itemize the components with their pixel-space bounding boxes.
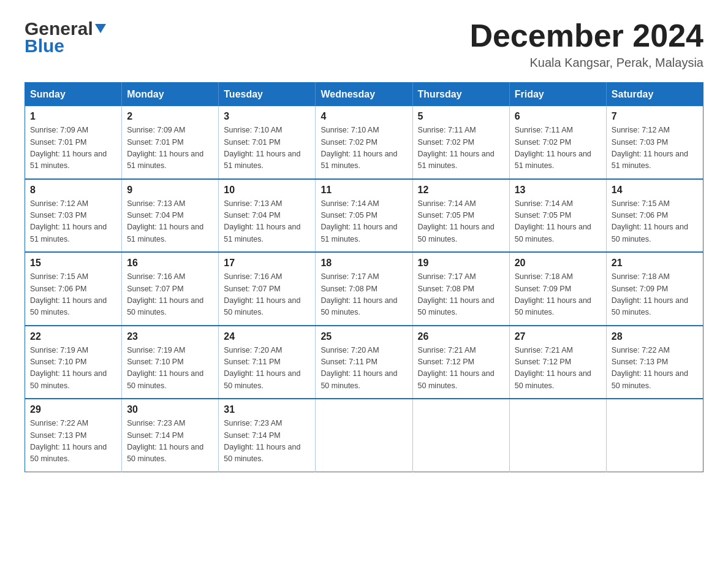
- calendar-day-cell: 29 Sunrise: 7:22 AM Sunset: 7:13 PM Dayl…: [25, 399, 122, 472]
- calendar-day-cell: 26 Sunrise: 7:21 AM Sunset: 7:12 PM Dayl…: [412, 326, 509, 399]
- day-info: Sunrise: 7:13 AM Sunset: 7:04 PM Dayligh…: [127, 198, 213, 246]
- day-number: 1: [30, 111, 116, 122]
- day-number: 5: [418, 111, 504, 122]
- page-header: General Blue December 2024 Kuala Kangsar…: [25, 18, 703, 70]
- day-info: Sunrise: 7:17 AM Sunset: 7:08 PM Dayligh…: [320, 271, 407, 319]
- day-number: 28: [612, 331, 698, 342]
- page-title: December 2024: [469, 18, 703, 53]
- calendar-day-cell: 24 Sunrise: 7:20 AM Sunset: 7:11 PM Dayl…: [219, 326, 316, 399]
- day-info: Sunrise: 7:09 AM Sunset: 7:01 PM Dayligh…: [30, 124, 116, 172]
- logo-triangle-icon: [95, 24, 106, 33]
- day-number: 22: [30, 331, 116, 342]
- day-info: Sunrise: 7:11 AM Sunset: 7:02 PM Dayligh…: [418, 124, 504, 172]
- calendar-day-cell: 28 Sunrise: 7:22 AM Sunset: 7:13 PM Dayl…: [606, 326, 703, 399]
- calendar-day-cell: 1 Sunrise: 7:09 AM Sunset: 7:01 PM Dayli…: [25, 106, 122, 179]
- calendar-week-row: 29 Sunrise: 7:22 AM Sunset: 7:13 PM Dayl…: [25, 399, 703, 472]
- calendar-header-row: SundayMondayTuesdayWednesdayThursdayFrid…: [25, 83, 703, 107]
- day-info: Sunrise: 7:18 AM Sunset: 7:09 PM Dayligh…: [515, 271, 601, 319]
- calendar-day-cell: 14 Sunrise: 7:15 AM Sunset: 7:06 PM Dayl…: [606, 179, 703, 253]
- day-info: Sunrise: 7:14 AM Sunset: 7:05 PM Dayligh…: [515, 198, 601, 246]
- day-number: 12: [418, 185, 504, 196]
- calendar-day-cell: [509, 399, 606, 472]
- calendar-day-header: Thursday: [412, 83, 509, 107]
- day-info: Sunrise: 7:19 AM Sunset: 7:10 PM Dayligh…: [127, 345, 213, 393]
- day-number: 2: [127, 111, 213, 122]
- day-info: Sunrise: 7:22 AM Sunset: 7:13 PM Dayligh…: [612, 345, 698, 393]
- calendar-day-cell: 8 Sunrise: 7:12 AM Sunset: 7:03 PM Dayli…: [25, 179, 122, 253]
- day-number: 26: [418, 331, 504, 342]
- calendar-day-cell: 15 Sunrise: 7:15 AM Sunset: 7:06 PM Dayl…: [25, 252, 122, 326]
- day-info: Sunrise: 7:16 AM Sunset: 7:07 PM Dayligh…: [127, 271, 213, 319]
- day-number: 24: [224, 331, 310, 342]
- day-number: 7: [612, 111, 698, 122]
- calendar-day-cell: 10 Sunrise: 7:13 AM Sunset: 7:04 PM Dayl…: [219, 179, 316, 253]
- day-info: Sunrise: 7:20 AM Sunset: 7:11 PM Dayligh…: [320, 345, 407, 393]
- day-info: Sunrise: 7:13 AM Sunset: 7:04 PM Dayligh…: [224, 198, 310, 246]
- calendar-day-cell: 27 Sunrise: 7:21 AM Sunset: 7:12 PM Dayl…: [509, 326, 606, 399]
- day-number: 6: [515, 111, 601, 122]
- day-number: 17: [224, 258, 310, 269]
- calendar-day-cell: [412, 399, 509, 472]
- day-number: 16: [127, 258, 213, 269]
- day-info: Sunrise: 7:17 AM Sunset: 7:08 PM Dayligh…: [418, 271, 504, 319]
- day-info: Sunrise: 7:10 AM Sunset: 7:01 PM Dayligh…: [224, 124, 310, 172]
- day-number: 4: [320, 111, 407, 122]
- calendar-day-cell: 21 Sunrise: 7:18 AM Sunset: 7:09 PM Dayl…: [606, 252, 703, 326]
- day-info: Sunrise: 7:15 AM Sunset: 7:06 PM Dayligh…: [30, 271, 116, 319]
- day-number: 29: [30, 404, 116, 415]
- calendar-day-header: Wednesday: [316, 83, 412, 107]
- calendar-day-cell: [606, 399, 703, 472]
- calendar-day-cell: 30 Sunrise: 7:23 AM Sunset: 7:14 PM Dayl…: [122, 399, 219, 472]
- day-info: Sunrise: 7:23 AM Sunset: 7:14 PM Dayligh…: [127, 418, 213, 465]
- day-number: 21: [612, 258, 698, 269]
- calendar-day-cell: 2 Sunrise: 7:09 AM Sunset: 7:01 PM Dayli…: [122, 106, 219, 179]
- day-info: Sunrise: 7:14 AM Sunset: 7:05 PM Dayligh…: [320, 198, 407, 246]
- day-info: Sunrise: 7:20 AM Sunset: 7:11 PM Dayligh…: [224, 345, 310, 393]
- day-number: 31: [224, 404, 310, 415]
- day-info: Sunrise: 7:19 AM Sunset: 7:10 PM Dayligh…: [30, 345, 116, 393]
- calendar-day-cell: 13 Sunrise: 7:14 AM Sunset: 7:05 PM Dayl…: [509, 179, 606, 253]
- calendar-day-header: Monday: [122, 83, 219, 107]
- calendar-day-cell: 9 Sunrise: 7:13 AM Sunset: 7:04 PM Dayli…: [122, 179, 219, 253]
- day-number: 27: [515, 331, 601, 342]
- calendar-table: SundayMondayTuesdayWednesdayThursdayFrid…: [25, 82, 703, 472]
- calendar-week-row: 1 Sunrise: 7:09 AM Sunset: 7:01 PM Dayli…: [25, 106, 703, 179]
- calendar-day-cell: 11 Sunrise: 7:14 AM Sunset: 7:05 PM Dayl…: [316, 179, 412, 253]
- day-info: Sunrise: 7:14 AM Sunset: 7:05 PM Dayligh…: [418, 198, 504, 246]
- calendar-day-cell: 17 Sunrise: 7:16 AM Sunset: 7:07 PM Dayl…: [219, 252, 316, 326]
- calendar-day-cell: 4 Sunrise: 7:10 AM Sunset: 7:02 PM Dayli…: [316, 106, 412, 179]
- day-number: 8: [30, 185, 116, 196]
- calendar-day-cell: 7 Sunrise: 7:12 AM Sunset: 7:03 PM Dayli…: [606, 106, 703, 179]
- calendar-week-row: 15 Sunrise: 7:15 AM Sunset: 7:06 PM Dayl…: [25, 252, 703, 326]
- calendar-day-header: Tuesday: [219, 83, 316, 107]
- calendar-day-header: Sunday: [25, 83, 122, 107]
- day-number: 30: [127, 404, 213, 415]
- calendar-day-cell: 12 Sunrise: 7:14 AM Sunset: 7:05 PM Dayl…: [412, 179, 509, 253]
- day-info: Sunrise: 7:16 AM Sunset: 7:07 PM Dayligh…: [224, 271, 310, 319]
- calendar-day-header: Saturday: [606, 83, 703, 107]
- day-info: Sunrise: 7:21 AM Sunset: 7:12 PM Dayligh…: [418, 345, 504, 393]
- day-number: 9: [127, 185, 213, 196]
- day-info: Sunrise: 7:11 AM Sunset: 7:02 PM Dayligh…: [515, 124, 601, 172]
- day-info: Sunrise: 7:15 AM Sunset: 7:06 PM Dayligh…: [612, 198, 698, 246]
- calendar-day-cell: 6 Sunrise: 7:11 AM Sunset: 7:02 PM Dayli…: [509, 106, 606, 179]
- calendar-day-cell: [316, 399, 412, 472]
- day-info: Sunrise: 7:18 AM Sunset: 7:09 PM Dayligh…: [612, 271, 698, 319]
- calendar-day-header: Friday: [509, 83, 606, 107]
- day-info: Sunrise: 7:23 AM Sunset: 7:14 PM Dayligh…: [224, 418, 310, 465]
- day-info: Sunrise: 7:21 AM Sunset: 7:12 PM Dayligh…: [515, 345, 601, 393]
- calendar-day-cell: 18 Sunrise: 7:17 AM Sunset: 7:08 PM Dayl…: [316, 252, 412, 326]
- day-number: 13: [515, 185, 601, 196]
- calendar-day-cell: 20 Sunrise: 7:18 AM Sunset: 7:09 PM Dayl…: [509, 252, 606, 326]
- day-number: 14: [612, 185, 698, 196]
- day-number: 18: [320, 258, 407, 269]
- calendar-day-cell: 23 Sunrise: 7:19 AM Sunset: 7:10 PM Dayl…: [122, 326, 219, 399]
- logo-blue-text: Blue: [25, 36, 64, 56]
- calendar-week-row: 22 Sunrise: 7:19 AM Sunset: 7:10 PM Dayl…: [25, 326, 703, 399]
- day-info: Sunrise: 7:12 AM Sunset: 7:03 PM Dayligh…: [612, 124, 698, 172]
- day-number: 11: [320, 185, 407, 196]
- calendar-day-cell: 22 Sunrise: 7:19 AM Sunset: 7:10 PM Dayl…: [25, 326, 122, 399]
- page-subtitle: Kuala Kangsar, Perak, Malaysia: [469, 56, 703, 70]
- day-number: 23: [127, 331, 213, 342]
- calendar-day-cell: 31 Sunrise: 7:23 AM Sunset: 7:14 PM Dayl…: [219, 399, 316, 472]
